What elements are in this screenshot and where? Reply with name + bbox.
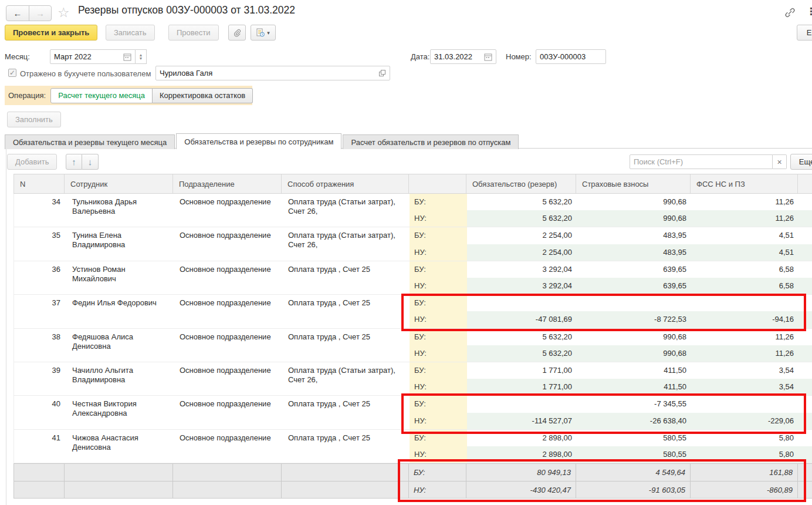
operation-option-balance-correction[interactable]: Корректировка остатков xyxy=(153,88,253,103)
month-spinner[interactable]: ▲ ▼ xyxy=(136,49,147,64)
cell-nu-liability[interactable]: 2 898,00 xyxy=(467,446,577,463)
cell-bu-insurance[interactable]: 411,50 xyxy=(577,362,691,379)
cell-nu-insurance[interactable]: 580,55 xyxy=(577,446,691,463)
cell-bu-insurance[interactable]: 483,95 xyxy=(577,227,691,244)
cell-method[interactable]: Оплата труда (Статьи затрат), Счет 26, xyxy=(282,227,410,260)
cell-n[interactable]: 38 xyxy=(14,329,65,362)
cell-nu-fss[interactable]: 4,51 xyxy=(691,244,799,261)
cell-bu-fss[interactable] xyxy=(691,396,799,412)
cell-nu-insurance[interactable]: 990,68 xyxy=(577,210,691,227)
date-input[interactable]: 31.03.2022 xyxy=(430,49,496,64)
tab-reserve-calculation[interactable]: Расчет обязательств и резервов по отпуск… xyxy=(343,134,519,149)
cell-employee[interactable]: Федин Илья Федорович xyxy=(65,295,174,328)
cell-department[interactable]: Основное подразделение xyxy=(174,194,282,227)
cell-nu-insurance[interactable]: 990,68 xyxy=(577,345,691,362)
cell-bu-fss[interactable]: 11,26 xyxy=(691,329,799,345)
cell-method[interactable]: Оплата труда , Счет 25 xyxy=(282,396,410,429)
table-row[interactable]: 34 Тульникова Дарья Валерьевна Основное … xyxy=(13,194,812,227)
cell-bu-fss[interactable]: 6,58 xyxy=(691,261,799,278)
cell-employee[interactable]: Устинов Роман Михайлович xyxy=(65,261,174,294)
table-row[interactable]: 38 Федяшова Алиса Денисовна Основное под… xyxy=(13,329,812,362)
cell-employee[interactable]: Чачилло Альгита Владимировна xyxy=(65,362,174,395)
calendar-icon[interactable] xyxy=(123,53,131,61)
cell-nu-fss[interactable]: -229,06 xyxy=(691,413,799,429)
table-row[interactable]: 35 Тунина Елена Владимировна Основное по… xyxy=(13,227,812,261)
table-row[interactable]: 36 Устинов Роман Михайлович Основное под… xyxy=(13,261,812,295)
cell-n[interactable]: 40 xyxy=(14,396,65,429)
cell-employee[interactable]: Честная Виктория Александровна xyxy=(65,396,174,429)
number-input[interactable]: 00ЗУ-000003 xyxy=(536,49,606,64)
cell-nu-insurance[interactable]: -26 638,40 xyxy=(577,413,691,429)
favorite-star-icon[interactable]: ☆ xyxy=(57,5,70,21)
link-icon[interactable] xyxy=(784,6,796,21)
cell-nu-fss[interactable]: 6,58 xyxy=(691,278,799,294)
cell-nu-insurance[interactable]: 639,65 xyxy=(577,278,691,294)
cell-department[interactable]: Основное подразделение xyxy=(174,261,282,294)
cell-bu-insurance[interactable] xyxy=(577,295,691,311)
reflected-checkbox[interactable]: ✓ xyxy=(8,69,16,77)
cell-n[interactable]: 39 xyxy=(14,362,65,395)
cell-nu-liability[interactable]: 5 632,20 xyxy=(467,210,577,227)
cell-bu-liability[interactable] xyxy=(467,396,577,412)
cell-bu-liability[interactable]: 2 254,00 xyxy=(467,227,577,244)
cell-bu-fss[interactable]: 11,26 xyxy=(691,194,799,210)
cell-nu-liability[interactable]: 1 771,00 xyxy=(467,379,577,395)
cell-department[interactable]: Основное подразделение xyxy=(174,329,282,362)
cell-bu-insurance[interactable]: 639,65 xyxy=(577,261,691,278)
forward-icon[interactable]: → xyxy=(29,6,51,21)
cell-department[interactable]: Основное подразделение xyxy=(174,430,282,463)
fill-button[interactable]: Заполнить xyxy=(7,112,61,127)
cell-nu-fss[interactable]: 3,54 xyxy=(691,379,799,395)
cell-n[interactable]: 41 xyxy=(14,430,65,463)
cell-method[interactable]: Оплата труда (Статьи затрат), Счет 26, xyxy=(282,362,410,395)
attach-button[interactable] xyxy=(228,25,246,41)
cell-bu-insurance[interactable]: 990,68 xyxy=(577,329,691,345)
cell-nu-fss[interactable]: 11,26 xyxy=(691,210,799,227)
cell-n[interactable]: 35 xyxy=(14,227,65,260)
cell-bu-liability[interactable]: 5 632,20 xyxy=(467,194,577,210)
cell-bu-insurance[interactable]: -7 345,55 xyxy=(577,396,691,412)
cell-employee[interactable]: Чижова Анастасия Денисовна xyxy=(65,430,174,463)
cell-method[interactable]: Оплата труда , Счет 25 xyxy=(282,329,410,362)
cell-method[interactable]: Оплата труда , Счет 25 xyxy=(282,430,410,463)
cell-n[interactable]: 36 xyxy=(14,261,65,294)
tab-liabilities-by-employee[interactable]: Обязательства и резервы по сотрудникам xyxy=(176,133,341,149)
cell-bu-insurance[interactable]: 580,55 xyxy=(577,430,691,446)
cell-bu-liability[interactable]: 2 898,00 xyxy=(467,430,577,446)
cell-department[interactable]: Основное подразделение xyxy=(174,362,282,395)
cell-nu-liability[interactable]: 3 292,04 xyxy=(467,278,577,294)
calendar-icon[interactable] xyxy=(484,53,492,61)
reflected-user-input[interactable]: Чурилова Галя xyxy=(155,66,390,80)
month-input[interactable]: Март 2022 xyxy=(50,49,136,64)
table-row[interactable]: 41 Чижова Анастасия Денисовна Основное п… xyxy=(13,430,812,463)
cell-bu-liability[interactable]: 5 632,20 xyxy=(467,329,577,345)
cell-bu-liability[interactable] xyxy=(467,295,577,311)
open-field-icon[interactable] xyxy=(378,69,386,77)
cell-employee[interactable]: Тунина Елена Владимировна xyxy=(65,227,174,260)
cell-employee[interactable]: Тульникова Дарья Валерьевна xyxy=(65,194,174,227)
cell-method[interactable]: Оплата труда (Статьи затрат), Счет 26, xyxy=(282,194,410,227)
cell-bu-fss[interactable]: 4,51 xyxy=(691,227,799,244)
cell-bu-insurance[interactable]: 990,68 xyxy=(577,194,691,210)
cell-nu-fss[interactable]: 11,26 xyxy=(691,345,799,362)
back-icon[interactable]: ← xyxy=(6,6,29,21)
cell-bu-fss[interactable] xyxy=(691,295,799,311)
cell-nu-insurance[interactable]: 411,50 xyxy=(577,379,691,395)
table-row[interactable]: 37 Федин Илья Федорович Основное подразд… xyxy=(13,295,812,328)
cell-employee[interactable]: Федяшова Алиса Денисовна xyxy=(65,329,174,362)
cell-bu-fss[interactable]: 5,80 xyxy=(691,430,799,446)
cell-bu-fss[interactable]: 3,54 xyxy=(691,362,799,379)
cell-department[interactable]: Основное подразделение xyxy=(174,227,282,260)
cell-nu-liability[interactable]: 5 632,20 xyxy=(467,345,577,362)
cell-n[interactable]: 34 xyxy=(14,194,65,227)
tab-current-month-liabilities[interactable]: Обязательства и резервы текущего месяца xyxy=(5,134,175,149)
cell-nu-insurance[interactable]: -8 722,53 xyxy=(577,311,691,328)
operation-option-current-month[interactable]: Расчет текущего месяца xyxy=(50,88,153,103)
cell-bu-liability[interactable]: 1 771,00 xyxy=(467,362,577,379)
cell-n[interactable]: 37 xyxy=(14,295,65,328)
cell-nu-insurance[interactable]: 483,95 xyxy=(577,244,691,261)
more-button-top[interactable]: Еще xyxy=(797,25,812,41)
cell-method[interactable]: Оплата труда , Счет 25 xyxy=(282,295,410,328)
table-row[interactable]: 40 Честная Виктория Александровна Основн… xyxy=(13,396,812,429)
save-button[interactable]: Записать xyxy=(106,25,155,41)
